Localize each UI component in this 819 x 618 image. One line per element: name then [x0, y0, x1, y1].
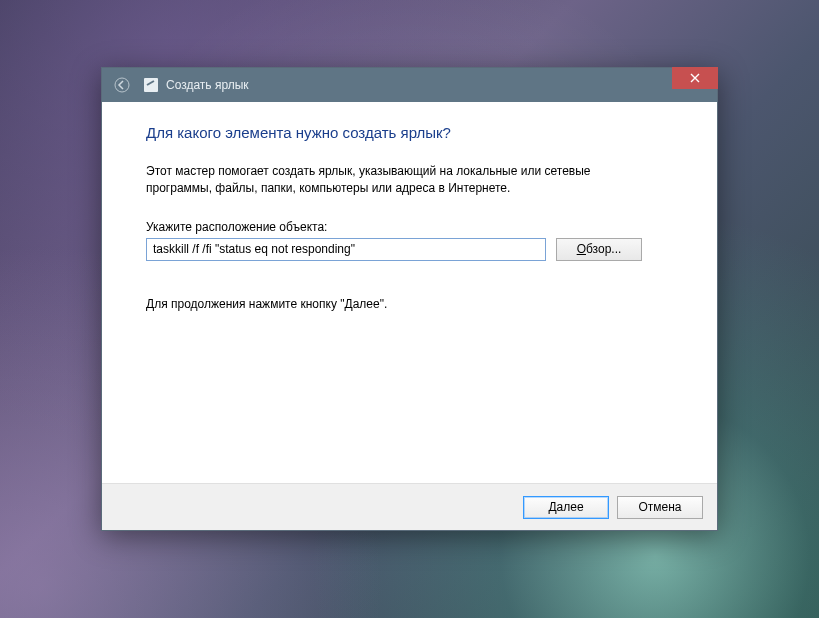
shortcut-icon — [144, 78, 158, 92]
location-input[interactable] — [146, 238, 546, 261]
back-button[interactable] — [110, 73, 134, 97]
next-rest: алее — [557, 500, 584, 514]
cancel-label: Отмена — [638, 500, 681, 514]
wizard-heading: Для какого элемента нужно создать ярлык? — [146, 124, 673, 141]
next-button[interactable]: Далее — [523, 496, 609, 519]
close-button[interactable] — [672, 67, 718, 89]
location-label: Укажите расположение объекта: — [146, 220, 673, 234]
wizard-content: Для какого элемента нужно создать ярлык?… — [102, 102, 717, 483]
wizard-footer: Далее Отмена — [102, 483, 717, 530]
window-title: Создать ярлык — [166, 78, 249, 92]
wizard-description: Этот мастер помогает создать ярлык, указ… — [146, 163, 656, 198]
location-row: Обзор... — [146, 238, 673, 261]
cancel-button[interactable]: Отмена — [617, 496, 703, 519]
svg-point-0 — [115, 78, 129, 92]
browse-accelerator: О — [577, 242, 586, 256]
create-shortcut-wizard-window: Создать ярлык Для какого элемента нужно … — [101, 67, 718, 531]
titlebar: Создать ярлык — [102, 68, 717, 102]
close-icon — [690, 73, 700, 83]
browse-button[interactable]: Обзор... — [556, 238, 642, 261]
back-arrow-icon — [114, 77, 130, 93]
next-accelerator: Д — [548, 500, 556, 514]
browse-rest: бзор... — [586, 242, 621, 256]
continue-hint: Для продолжения нажмите кнопку "Далее". — [146, 297, 673, 311]
